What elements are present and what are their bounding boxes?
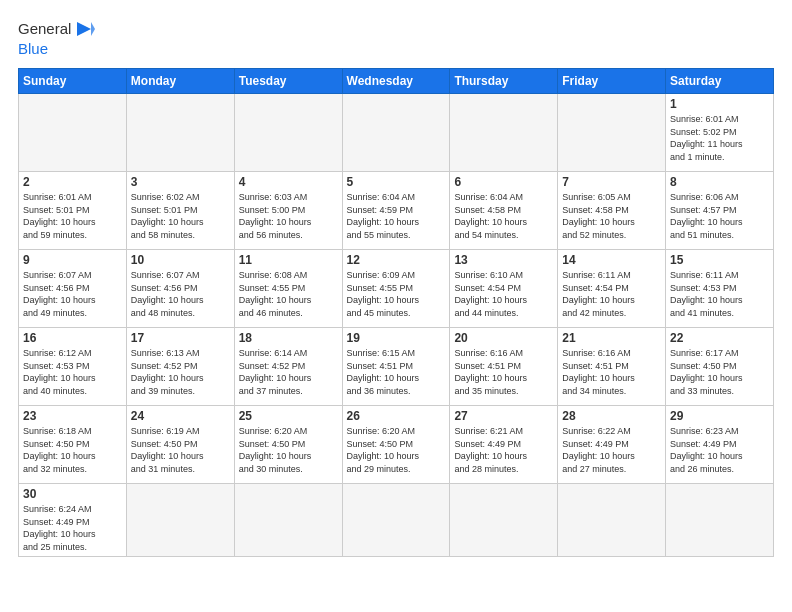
day-info: Sunrise: 6:18 AM Sunset: 4:50 PM Dayligh… <box>23 425 122 475</box>
calendar-cell: 16Sunrise: 6:12 AM Sunset: 4:53 PM Dayli… <box>19 328 127 406</box>
weekday-header-wednesday: Wednesday <box>342 69 450 94</box>
day-number: 27 <box>454 409 553 423</box>
calendar-cell: 6Sunrise: 6:04 AM Sunset: 4:58 PM Daylig… <box>450 172 558 250</box>
day-number: 12 <box>347 253 446 267</box>
calendar-cell <box>126 484 234 557</box>
day-info: Sunrise: 6:11 AM Sunset: 4:54 PM Dayligh… <box>562 269 661 319</box>
calendar-cell <box>234 94 342 172</box>
header: General Blue <box>18 18 774 58</box>
calendar-cell: 28Sunrise: 6:22 AM Sunset: 4:49 PM Dayli… <box>558 406 666 484</box>
calendar-cell: 26Sunrise: 6:20 AM Sunset: 4:50 PM Dayli… <box>342 406 450 484</box>
calendar-cell <box>558 94 666 172</box>
day-number: 13 <box>454 253 553 267</box>
day-info: Sunrise: 6:16 AM Sunset: 4:51 PM Dayligh… <box>562 347 661 397</box>
calendar-row-3: 16Sunrise: 6:12 AM Sunset: 4:53 PM Dayli… <box>19 328 774 406</box>
calendar-cell: 18Sunrise: 6:14 AM Sunset: 4:52 PM Dayli… <box>234 328 342 406</box>
day-info: Sunrise: 6:12 AM Sunset: 4:53 PM Dayligh… <box>23 347 122 397</box>
day-number: 26 <box>347 409 446 423</box>
day-info: Sunrise: 6:16 AM Sunset: 4:51 PM Dayligh… <box>454 347 553 397</box>
day-info: Sunrise: 6:20 AM Sunset: 4:50 PM Dayligh… <box>347 425 446 475</box>
calendar-cell: 10Sunrise: 6:07 AM Sunset: 4:56 PM Dayli… <box>126 250 234 328</box>
day-info: Sunrise: 6:02 AM Sunset: 5:01 PM Dayligh… <box>131 191 230 241</box>
day-info: Sunrise: 6:10 AM Sunset: 4:54 PM Dayligh… <box>454 269 553 319</box>
day-info: Sunrise: 6:14 AM Sunset: 4:52 PM Dayligh… <box>239 347 338 397</box>
logo-general-text: General <box>18 20 71 38</box>
calendar-cell: 11Sunrise: 6:08 AM Sunset: 4:55 PM Dayli… <box>234 250 342 328</box>
calendar: SundayMondayTuesdayWednesdayThursdayFrid… <box>18 68 774 557</box>
day-info: Sunrise: 6:09 AM Sunset: 4:55 PM Dayligh… <box>347 269 446 319</box>
day-number: 10 <box>131 253 230 267</box>
day-number: 4 <box>239 175 338 189</box>
calendar-cell: 19Sunrise: 6:15 AM Sunset: 4:51 PM Dayli… <box>342 328 450 406</box>
logo-triangle-icon <box>73 18 95 40</box>
calendar-cell: 12Sunrise: 6:09 AM Sunset: 4:55 PM Dayli… <box>342 250 450 328</box>
calendar-cell: 9Sunrise: 6:07 AM Sunset: 4:56 PM Daylig… <box>19 250 127 328</box>
day-info: Sunrise: 6:17 AM Sunset: 4:50 PM Dayligh… <box>670 347 769 397</box>
calendar-cell: 20Sunrise: 6:16 AM Sunset: 4:51 PM Dayli… <box>450 328 558 406</box>
day-info: Sunrise: 6:21 AM Sunset: 4:49 PM Dayligh… <box>454 425 553 475</box>
page: General Blue SundayMondayTuesdayWednesda… <box>0 0 792 612</box>
calendar-cell <box>558 484 666 557</box>
calendar-row-0: 1Sunrise: 6:01 AM Sunset: 5:02 PM Daylig… <box>19 94 774 172</box>
calendar-cell: 8Sunrise: 6:06 AM Sunset: 4:57 PM Daylig… <box>666 172 774 250</box>
day-info: Sunrise: 6:24 AM Sunset: 4:49 PM Dayligh… <box>23 503 122 553</box>
day-info: Sunrise: 6:15 AM Sunset: 4:51 PM Dayligh… <box>347 347 446 397</box>
calendar-cell <box>450 484 558 557</box>
calendar-cell <box>234 484 342 557</box>
day-info: Sunrise: 6:07 AM Sunset: 4:56 PM Dayligh… <box>23 269 122 319</box>
day-info: Sunrise: 6:03 AM Sunset: 5:00 PM Dayligh… <box>239 191 338 241</box>
calendar-cell: 29Sunrise: 6:23 AM Sunset: 4:49 PM Dayli… <box>666 406 774 484</box>
day-number: 3 <box>131 175 230 189</box>
weekday-header-thursday: Thursday <box>450 69 558 94</box>
calendar-cell <box>126 94 234 172</box>
calendar-cell: 24Sunrise: 6:19 AM Sunset: 4:50 PM Dayli… <box>126 406 234 484</box>
weekday-header-tuesday: Tuesday <box>234 69 342 94</box>
calendar-cell: 3Sunrise: 6:02 AM Sunset: 5:01 PM Daylig… <box>126 172 234 250</box>
day-number: 22 <box>670 331 769 345</box>
weekday-header-row: SundayMondayTuesdayWednesdayThursdayFrid… <box>19 69 774 94</box>
day-number: 30 <box>23 487 122 501</box>
calendar-cell: 23Sunrise: 6:18 AM Sunset: 4:50 PM Dayli… <box>19 406 127 484</box>
calendar-cell: 7Sunrise: 6:05 AM Sunset: 4:58 PM Daylig… <box>558 172 666 250</box>
calendar-cell: 4Sunrise: 6:03 AM Sunset: 5:00 PM Daylig… <box>234 172 342 250</box>
calendar-cell: 30Sunrise: 6:24 AM Sunset: 4:49 PM Dayli… <box>19 484 127 557</box>
calendar-cell <box>342 94 450 172</box>
day-number: 15 <box>670 253 769 267</box>
day-info: Sunrise: 6:05 AM Sunset: 4:58 PM Dayligh… <box>562 191 661 241</box>
logo-text-block: General Blue <box>18 18 95 58</box>
day-info: Sunrise: 6:07 AM Sunset: 4:56 PM Dayligh… <box>131 269 230 319</box>
svg-marker-1 <box>91 22 95 36</box>
calendar-cell: 2Sunrise: 6:01 AM Sunset: 5:01 PM Daylig… <box>19 172 127 250</box>
day-number: 6 <box>454 175 553 189</box>
day-number: 11 <box>239 253 338 267</box>
calendar-cell: 25Sunrise: 6:20 AM Sunset: 4:50 PM Dayli… <box>234 406 342 484</box>
calendar-cell: 22Sunrise: 6:17 AM Sunset: 4:50 PM Dayli… <box>666 328 774 406</box>
calendar-cell <box>342 484 450 557</box>
calendar-cell: 13Sunrise: 6:10 AM Sunset: 4:54 PM Dayli… <box>450 250 558 328</box>
day-number: 5 <box>347 175 446 189</box>
calendar-row-4: 23Sunrise: 6:18 AM Sunset: 4:50 PM Dayli… <box>19 406 774 484</box>
day-info: Sunrise: 6:11 AM Sunset: 4:53 PM Dayligh… <box>670 269 769 319</box>
day-number: 21 <box>562 331 661 345</box>
day-info: Sunrise: 6:01 AM Sunset: 5:02 PM Dayligh… <box>670 113 769 163</box>
calendar-cell <box>19 94 127 172</box>
day-number: 23 <box>23 409 122 423</box>
day-number: 2 <box>23 175 122 189</box>
day-number: 24 <box>131 409 230 423</box>
calendar-cell: 21Sunrise: 6:16 AM Sunset: 4:51 PM Dayli… <box>558 328 666 406</box>
calendar-cell: 27Sunrise: 6:21 AM Sunset: 4:49 PM Dayli… <box>450 406 558 484</box>
weekday-header-sunday: Sunday <box>19 69 127 94</box>
calendar-cell <box>450 94 558 172</box>
day-info: Sunrise: 6:13 AM Sunset: 4:52 PM Dayligh… <box>131 347 230 397</box>
calendar-cell: 1Sunrise: 6:01 AM Sunset: 5:02 PM Daylig… <box>666 94 774 172</box>
day-number: 28 <box>562 409 661 423</box>
day-info: Sunrise: 6:04 AM Sunset: 4:58 PM Dayligh… <box>454 191 553 241</box>
day-number: 14 <box>562 253 661 267</box>
day-number: 20 <box>454 331 553 345</box>
calendar-row-2: 9Sunrise: 6:07 AM Sunset: 4:56 PM Daylig… <box>19 250 774 328</box>
day-info: Sunrise: 6:01 AM Sunset: 5:01 PM Dayligh… <box>23 191 122 241</box>
day-number: 25 <box>239 409 338 423</box>
day-number: 18 <box>239 331 338 345</box>
day-info: Sunrise: 6:20 AM Sunset: 4:50 PM Dayligh… <box>239 425 338 475</box>
weekday-header-friday: Friday <box>558 69 666 94</box>
